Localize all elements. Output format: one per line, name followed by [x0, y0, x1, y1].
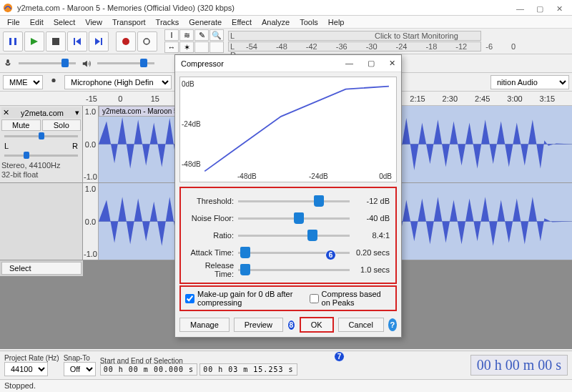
record-button[interactable] — [116, 31, 136, 52]
mic-icon — [49, 77, 59, 87]
recording-meter[interactable]: LRClick to Start Monitoring — [228, 31, 481, 41]
tool-extra2[interactable] — [209, 41, 224, 53]
svg-rect-1 — [9, 38, 11, 45]
snap-to-select[interactable]: Off — [64, 362, 96, 376]
envelope-tool[interactable]: ≋ — [179, 29, 194, 41]
stop-button[interactable] — [46, 31, 66, 52]
gain-slider[interactable] — [4, 135, 78, 137]
dialog-close-button[interactable]: ✕ — [389, 59, 395, 68]
menu-tracks[interactable]: Tracks — [152, 16, 184, 28]
audio-host-select[interactable]: MME — [3, 75, 43, 89]
svg-rect-2 — [14, 38, 16, 45]
ok-button[interactable]: OK — [300, 317, 334, 333]
track-menu-icon[interactable]: ▾ — [75, 108, 79, 117]
input-device-select[interactable]: Microphone (High Defin — [64, 75, 172, 89]
menu-generate[interactable]: Generate — [184, 16, 226, 28]
project-rate-select[interactable]: 44100 — [4, 362, 48, 376]
svg-point-10 — [51, 78, 55, 82]
track-control-panel: ✕y2meta.com▾ MuteSolo LR Stereo, 44100Hz… — [0, 106, 83, 182]
solo-button[interactable]: Solo — [42, 119, 82, 131]
help-button[interactable]: ? — [388, 318, 397, 331]
svg-marker-7 — [95, 38, 100, 45]
selection-toolbar: Project Rate (Hz) 44100 Snap-To Off Star… — [0, 351, 572, 379]
cancel-button[interactable]: Cancel — [338, 318, 384, 332]
playback-meter[interactable]: LR -54-48-42-36-30-24-18-12-60 — [228, 41, 481, 52]
skip-end-button[interactable] — [89, 31, 109, 52]
amplitude-ruler: 1.00.0-1.0 — [83, 183, 99, 260]
status-bar: Stopped. — [0, 379, 572, 392]
timeshift-tool[interactable]: ↔ — [164, 41, 179, 53]
mic-icon — [3, 59, 13, 69]
callout-6: 6 — [325, 250, 336, 260]
play-volume-slider[interactable] — [97, 62, 154, 64]
release-time-slider[interactable] — [238, 269, 350, 271]
dialog-minimize-button[interactable]: — — [345, 59, 353, 68]
window-titlebar: y2meta.com - Maroon 5 - Memories (Offici… — [0, 0, 572, 16]
window-title: y2meta.com - Maroon 5 - Memories (Offici… — [17, 4, 516, 12]
svg-rect-5 — [74, 38, 75, 45]
play-button[interactable] — [24, 31, 44, 52]
menu-file[interactable]: File — [3, 16, 24, 28]
speaker-icon — [82, 59, 92, 69]
svg-rect-8 — [101, 38, 102, 45]
menu-effect[interactable]: Effect — [227, 16, 256, 28]
track-format: Stereo, 44100Hz32-bit float — [1, 161, 81, 180]
pan-slider[interactable] — [4, 155, 78, 157]
rec-volume-slider[interactable] — [19, 62, 76, 64]
manage-button[interactable]: Manage — [179, 318, 230, 332]
threshold-slider[interactable] — [238, 200, 350, 202]
app-icon — [3, 3, 13, 13]
compressor-dialog: Compressor — ▢ ✕ 0dB -24dB -48dB -48dB -… — [174, 54, 402, 338]
multi-tool[interactable]: ✶ — [179, 41, 194, 53]
close-button[interactable]: ✕ — [556, 4, 563, 11]
callout-8: 8 — [287, 320, 295, 330]
pause-button[interactable] — [3, 31, 23, 52]
slider-group: Threshold:-12 dB Noise Floor:-40 dB Rati… — [179, 187, 397, 284]
noise-floor-slider[interactable] — [238, 217, 350, 220]
compress-peaks-checkbox[interactable]: Compress based on Peaks — [310, 290, 391, 307]
menu-view[interactable]: View — [81, 16, 107, 28]
svg-point-9 — [122, 38, 129, 45]
makeup-gain-checkbox[interactable]: Make-up gain for 0 dB after compressing — [185, 290, 304, 307]
callout-7: 7 — [334, 351, 345, 362]
transport-toolbar: I ≋ ✎ 🔍 ↔ ✶ LRClick to Start Monitoring … — [0, 29, 572, 54]
ratio-slider[interactable] — [238, 235, 350, 237]
snap-to-label: Snap-To — [64, 354, 96, 362]
dialog-title: Compressor — [181, 59, 224, 68]
track-name[interactable]: y2meta.com — [21, 109, 64, 117]
selection-tool[interactable]: I — [164, 29, 179, 41]
menubar: File Edit Select View Transport Tracks G… — [0, 16, 572, 29]
menu-help[interactable]: Help — [324, 16, 349, 28]
selection-end-field[interactable]: 00 h 03 m 15.253 s — [199, 363, 297, 376]
compressor-graph: 0dB -24dB -48dB -48dB -24dB 0dB — [179, 77, 397, 182]
track-select-button[interactable]: Select — [1, 262, 82, 275]
mute-button[interactable]: Mute — [1, 119, 41, 131]
dialog-titlebar[interactable]: Compressor — ▢ ✕ — [175, 55, 401, 72]
menu-select[interactable]: Select — [49, 16, 80, 28]
output-device-select[interactable]: nition Audio — [490, 75, 569, 89]
dialog-button-row: Manage Preview 8 OK Cancel ? — [175, 313, 401, 337]
menu-tools[interactable]: Tools — [295, 16, 322, 28]
svg-point-0 — [4, 3, 12, 11]
menu-analyze[interactable]: Analyze — [257, 16, 294, 28]
zoom-tool[interactable]: 🔍 — [209, 29, 224, 41]
selection-start-field[interactable]: 00 h 00 m 00.000 s — [100, 363, 197, 376]
minimize-button[interactable]: — — [516, 4, 523, 11]
draw-tool[interactable]: ✎ — [194, 29, 209, 41]
preview-button[interactable]: Preview — [234, 318, 283, 332]
svg-marker-3 — [31, 38, 38, 45]
menu-edit[interactable]: Edit — [26, 16, 48, 28]
menu-transport[interactable]: Transport — [108, 16, 150, 28]
dialog-maximize-button[interactable]: ▢ — [368, 59, 375, 68]
close-track-icon[interactable]: ✕ — [3, 108, 9, 117]
audio-position-field[interactable]: 00 h 00 m 00 s — [470, 355, 568, 376]
checkbox-group: Make-up gain for 0 dB after compressing … — [179, 285, 397, 311]
loop-button[interactable] — [137, 31, 157, 52]
project-rate-label: Project Rate (Hz) — [4, 354, 59, 362]
skip-start-button[interactable] — [67, 31, 87, 52]
svg-rect-4 — [52, 38, 59, 45]
maximize-button[interactable]: ▢ — [536, 4, 543, 11]
tools-grid: I ≋ ✎ 🔍 ↔ ✶ — [164, 29, 224, 53]
svg-marker-6 — [76, 38, 81, 45]
tool-extra1[interactable] — [194, 41, 209, 53]
